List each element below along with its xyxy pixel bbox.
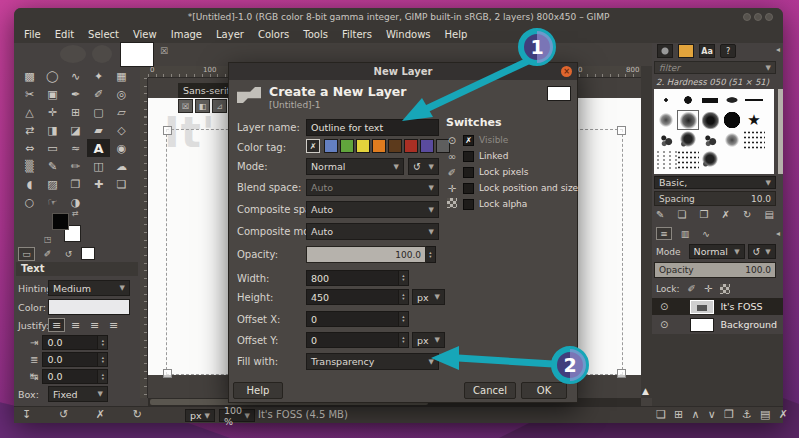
measure-tool[interactable]: △	[18, 103, 41, 121]
cancel-button[interactable]: Cancel	[464, 382, 516, 399]
menu-item[interactable]: Layer	[216, 29, 244, 40]
merge-layer-icon[interactable]: ▤	[760, 408, 770, 421]
vertical-scrollbar[interactable]: ▲	[641, 66, 652, 398]
ok-button[interactable]: OK	[521, 382, 567, 399]
ink-tool[interactable]: ◖	[18, 175, 41, 193]
brushes-tab[interactable]	[657, 44, 673, 58]
size-unit-dropdown[interactable]: px▼	[412, 289, 445, 305]
opacity-spinner[interactable]: ▴▾	[426, 246, 436, 263]
letter-spacing-input[interactable]: 0.0	[42, 369, 98, 384]
undo-history-tab[interactable]: ↺	[60, 247, 77, 261]
open-brush-folder-icon[interactable]: ▤	[765, 209, 774, 220]
justify-center-button[interactable]: ≡	[67, 318, 84, 332]
switch-lock-position[interactable]: ✛ Lock position and size	[446, 181, 578, 195]
visibility-eye-icon[interactable]: ⊙	[660, 319, 668, 330]
width-input[interactable]: 800	[306, 270, 399, 286]
3d-transform-tool[interactable]: ◇	[110, 121, 133, 139]
new-layer-icon[interactable]: ❏	[656, 408, 666, 421]
perspective-clone-tool[interactable]: ❏	[110, 175, 133, 193]
lower-layer-icon[interactable]: ∨	[708, 408, 716, 421]
free-select-tool[interactable]: ∿	[64, 67, 87, 85]
offset-y-input[interactable]: 0	[306, 332, 399, 348]
brush-charcoal[interactable]	[677, 130, 699, 150]
composite-space-dropdown[interactable]: Auto▼	[306, 201, 439, 218]
text-tool[interactable]: A	[87, 139, 110, 157]
title-bar[interactable]: *[Untitled]-1.0 (RGB color 8-bit gamma i…	[14, 8, 783, 26]
colors-tab[interactable]	[81, 247, 95, 260]
letter-spacing-spinner[interactable]: ▴▾	[98, 369, 108, 384]
layer-name-input[interactable]: Outline for text	[306, 119, 439, 136]
brush-smoke[interactable]	[721, 130, 743, 150]
scale-tool[interactable]: ⇔	[18, 139, 41, 157]
help-button[interactable]: Help	[233, 382, 283, 399]
lock-pixels-checkbox[interactable]	[463, 167, 474, 178]
crop-tool[interactable]: ▢	[87, 103, 110, 121]
rectangle-select-tool[interactable]: ▩	[18, 67, 41, 85]
anchor-layer-icon[interactable]: ⚓	[742, 408, 752, 421]
perspective-tool[interactable]: ◪	[64, 121, 87, 139]
offset-x-spinner[interactable]: ▴▾	[399, 311, 409, 327]
device-status-tab[interactable]: ✐	[39, 247, 56, 261]
paintbrush-tool[interactable]: ✏	[64, 157, 87, 175]
zoom-tool[interactable]: ◎	[110, 85, 133, 103]
foreground-color-swatch[interactable]	[52, 213, 69, 230]
new-group-icon[interactable]: ⊞	[674, 408, 683, 421]
layers-tab[interactable]: ≡	[656, 227, 672, 240]
mode-dropdown[interactable]: Normal▼	[306, 158, 404, 175]
brush-texture[interactable]	[699, 150, 721, 170]
duplicate-brush-icon[interactable]: ❐	[700, 209, 709, 220]
menu-item[interactable]: Colors	[258, 29, 289, 40]
linked-checkbox[interactable]	[463, 151, 474, 162]
save-tool-preset-icon[interactable]: ↧	[22, 408, 31, 421]
brush-star[interactable]: ★	[743, 110, 765, 130]
image-tab-close-icon[interactable]: ☒	[160, 46, 168, 56]
lock-position-icon[interactable]: ✛	[704, 283, 712, 294]
brush-spacing-slider[interactable]: Spacing 10.0	[654, 191, 776, 206]
switch-lock-alpha[interactable]: Lock alpha	[446, 197, 527, 211]
dialog-close-button[interactable]: ×	[561, 66, 572, 77]
width-spinner[interactable]: ▴▾	[399, 270, 409, 286]
tool-options-tab[interactable]: ▭	[18, 247, 35, 261]
menu-item[interactable]: View	[133, 29, 157, 40]
reset-tool-options-icon[interactable]: ↻	[133, 408, 142, 421]
menu-item[interactable]: File	[24, 29, 41, 40]
menu-item[interactable]: Image	[171, 29, 202, 40]
layer-opacity-slider[interactable]: Opacity 100.0	[654, 262, 776, 278]
gradient-tool[interactable]: ▒	[18, 157, 41, 175]
edit-brush-icon[interactable]: ✎	[656, 209, 664, 220]
textbox-handle[interactable]	[163, 126, 172, 135]
fill-with-dropdown[interactable]: Transparency▼	[306, 353, 439, 370]
switch-visible[interactable]: ⊙ ✗ Visible	[446, 133, 508, 147]
foreground-select-tool[interactable]: ▣	[41, 85, 64, 103]
heal-tool[interactable]: ✚	[87, 175, 110, 193]
maximize-button[interactable]	[754, 13, 762, 21]
brush-grid-scrollbar[interactable]	[778, 89, 783, 174]
color-tag-brown[interactable]	[388, 139, 402, 153]
text-italic-icon[interactable]: ⊿	[212, 99, 227, 113]
textbox-handle[interactable]	[617, 369, 626, 378]
document-history-tab[interactable]: ?	[720, 44, 736, 58]
textbox-handle[interactable]	[617, 126, 626, 135]
minimize-button[interactable]	[743, 13, 751, 21]
cage-transform-tool[interactable]: ▭	[41, 139, 64, 157]
zoom-dropdown[interactable]: 100 %▼	[219, 409, 255, 422]
restore-tool-preset-icon[interactable]: ↺	[59, 408, 68, 421]
dock-menu-icon[interactable]: ◂	[776, 45, 780, 54]
warp-transform-tool[interactable]: ≈	[64, 139, 87, 157]
color-tag-violet[interactable]	[420, 139, 434, 153]
shear-tool[interactable]: ◨	[41, 121, 64, 139]
new-brush-icon[interactable]: ❏	[677, 209, 686, 220]
brush-block[interactable]	[699, 90, 721, 110]
indent-input[interactable]: 0.0	[42, 335, 98, 350]
justify-right-button[interactable]: ≡	[86, 318, 103, 332]
ellipse-select-tool[interactable]: ◯	[41, 67, 64, 85]
bucket-fill-tool[interactable]: ◉	[110, 139, 133, 157]
menu-item[interactable]: Select	[88, 29, 119, 40]
color-tag-blue[interactable]	[324, 139, 338, 153]
dock-menu-icon[interactable]: ◂	[776, 229, 780, 238]
lock-alpha-checkbox[interactable]	[463, 199, 474, 210]
mode-reset-button[interactable]: ↺▼	[408, 158, 439, 175]
align-tool[interactable]: ⊞	[64, 103, 87, 121]
height-spinner[interactable]: ▴▾	[399, 289, 409, 305]
switch-lock-pixels[interactable]: ✐ Lock pixels	[446, 165, 528, 179]
